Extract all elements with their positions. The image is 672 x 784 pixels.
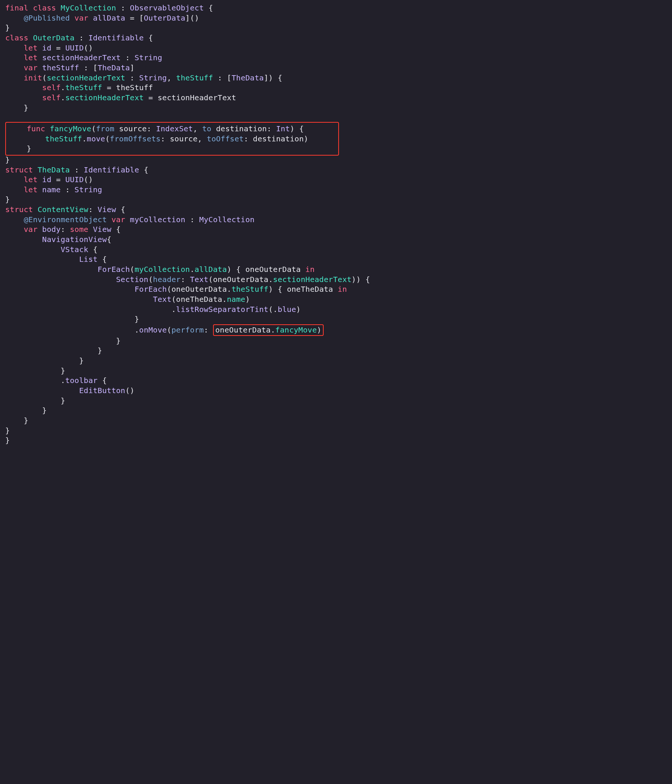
code-token: () <box>190 14 199 22</box>
code-token: theStuff <box>176 73 213 82</box>
code-token: : <box>204 325 208 334</box>
code-token: NavigationView <box>42 235 107 244</box>
code-token: . <box>61 83 65 92</box>
code-token: listRowSeparatorTint <box>176 305 268 314</box>
code-token: . <box>227 285 231 294</box>
code-token: ) <box>290 124 295 133</box>
code-token: Int <box>276 124 290 133</box>
code-token: let <box>23 185 37 194</box>
code-token: : <box>88 205 93 214</box>
code-token: View <box>93 225 112 234</box>
code-token: : <box>65 185 70 194</box>
code-token: some <box>70 225 88 234</box>
code-token: oneOuterData <box>245 265 301 274</box>
code-token: } <box>135 314 139 324</box>
code-token: ] <box>130 63 135 72</box>
code-token: toolbar <box>65 376 98 385</box>
code-token: EditButton <box>79 386 126 395</box>
code-token: : <box>180 275 185 284</box>
code-token: destination <box>253 134 304 143</box>
code-token: sectionHeaderText <box>158 93 236 102</box>
code-token: theStuff <box>45 134 82 143</box>
code-token: fancyMove <box>50 124 91 133</box>
code-token: sectionHeaderText <box>47 73 125 82</box>
code-token: [ <box>93 63 98 72</box>
code-token: oneTheData <box>176 295 222 304</box>
code-token: let <box>23 53 37 62</box>
code-token: ( <box>208 275 213 284</box>
code-token: : <box>61 225 65 234</box>
code-token: OuterData <box>144 14 185 22</box>
code-token: VStack <box>61 245 88 254</box>
code-token: var <box>74 14 88 22</box>
code-token: : <box>84 63 88 72</box>
code-token: blue <box>278 305 296 314</box>
code-token: class <box>33 3 56 12</box>
code-token: theStuff <box>231 285 268 294</box>
code-token: ] <box>185 14 190 22</box>
code-token: TheData <box>98 63 130 72</box>
code-token: } <box>79 356 84 365</box>
code-token: { <box>278 285 282 294</box>
code-token: self <box>42 83 61 92</box>
code-token: () <box>84 175 93 184</box>
code-token: String <box>135 53 162 62</box>
code-token: perform <box>172 325 204 334</box>
code-token: : <box>190 215 194 224</box>
code-token: ) <box>296 305 301 314</box>
code-token: allData <box>195 265 227 274</box>
code-token: { <box>144 165 148 174</box>
code-token: View <box>98 205 116 214</box>
code-token: { <box>116 225 121 234</box>
code-token: { <box>366 275 370 284</box>
code-token: { <box>121 205 125 214</box>
code-token: ContentView <box>37 205 88 214</box>
code-token: oneOuterData <box>215 325 271 334</box>
code-token: to <box>202 124 211 133</box>
code-token: let <box>23 44 37 52</box>
code-token: List <box>79 255 98 264</box>
code-token: TheData <box>37 165 70 174</box>
code-token: } <box>61 366 65 375</box>
code-token: . <box>135 325 139 334</box>
code-token: Text <box>153 295 171 304</box>
code-token: header <box>153 275 180 284</box>
code-token: theStuff <box>116 83 153 92</box>
code-token: = <box>148 93 153 102</box>
code-token: var <box>112 215 125 224</box>
code-token: [ <box>227 73 231 82</box>
code-token: oneOuterData <box>172 285 227 294</box>
code-token: . <box>190 265 194 274</box>
code-token: . <box>222 295 227 304</box>
code-token: ( <box>172 295 176 304</box>
code-token: . <box>172 305 176 314</box>
code-token: oneTheData <box>287 285 334 294</box>
code-token: } <box>116 336 121 345</box>
code-token: : <box>161 134 165 143</box>
code-token: id <box>42 175 51 184</box>
code-token: : <box>244 134 248 143</box>
code-token: final <box>5 3 28 12</box>
code-token: } <box>5 195 10 204</box>
code-token: ( <box>148 275 153 284</box>
code-token: ObservableObject <box>130 3 204 12</box>
code-token: body <box>42 225 61 234</box>
code-token: struct <box>5 165 33 174</box>
code-token: theStuff <box>65 83 102 92</box>
code-token: )) <box>352 275 361 284</box>
code-token: myCollection <box>135 265 190 274</box>
code-token: : <box>79 33 84 42</box>
code-token: Text <box>190 275 208 284</box>
code-token: self <box>42 93 61 102</box>
code-token: . <box>61 376 65 385</box>
code-token: var <box>23 63 37 72</box>
code-token: ) <box>268 285 273 294</box>
code-token: ]) <box>264 73 273 82</box>
code-token: } <box>5 426 10 435</box>
code-token: [ <box>139 14 144 22</box>
code-token: { <box>236 265 241 274</box>
code-token: } <box>5 436 10 445</box>
code-token: : <box>147 124 151 133</box>
code-token: theStuff <box>42 63 79 72</box>
code-token: name <box>42 185 61 194</box>
